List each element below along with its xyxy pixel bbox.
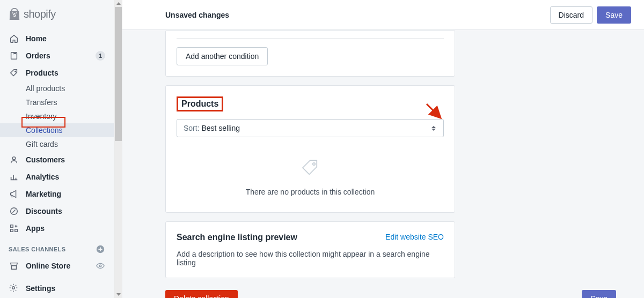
nav-customers[interactable]: Customers [0,151,114,168]
nav-analytics[interactable]: Analytics [0,168,114,185]
seo-card: Search engine listing preview Edit websi… [165,221,455,278]
sub-inventory[interactable]: Inventory [0,109,114,123]
settings-icon [9,283,19,294]
marketing-icon [9,189,19,199]
discard-button[interactable]: Discard [550,6,592,24]
svg-rect-5 [11,225,13,228]
sub-gift-cards[interactable]: Gift cards [0,137,114,151]
scroll-up-icon [116,2,121,5]
nav-settings[interactable]: Settings [0,279,114,298]
orders-badge: 1 [96,51,105,61]
seo-title: Search engine listing preview [177,233,297,242]
add-channel-icon[interactable] [96,244,105,254]
sub-all-products[interactable]: All products [0,81,114,95]
products-icon [9,68,19,78]
svg-point-3 [12,157,15,160]
save-button[interactable]: Save [597,6,631,24]
sidebar: S shopify Home Orders 1 Products All pro… [0,0,114,298]
nav-apps[interactable]: Apps [0,220,114,237]
products-card: Products Sort: Best selling There are no… [165,85,455,213]
scroll-down-icon [116,293,121,296]
view-store-icon[interactable] [96,261,105,271]
analytics-icon [9,172,19,182]
scroll-thumb[interactable] [115,7,122,141]
footer-actions: Delete collection Save [165,287,616,298]
svg-point-9 [99,265,101,267]
orders-icon [9,50,19,61]
nav-orders[interactable]: Orders 1 [0,47,114,64]
svg-point-2 [15,71,16,72]
home-icon [9,33,19,44]
sub-transfers[interactable]: Transfers [0,95,114,109]
brand-logo[interactable]: S shopify [0,0,114,28]
products-title: Products [181,99,218,109]
sort-label: Sort: [184,124,200,132]
annotation-box-products: Products [177,96,223,111]
svg-point-10 [12,287,15,289]
svg-rect-6 [11,229,13,232]
sort-value: Best selling [201,124,240,132]
nav-marketing[interactable]: Marketing [0,185,114,203]
main: Unsaved changes Discard Save Add another… [122,0,644,298]
add-condition-button[interactable]: Add another condition [177,47,268,65]
discounts-icon [9,206,19,217]
shopify-bag-icon: S [9,8,20,20]
svg-rect-7 [15,229,18,232]
topbar: Unsaved changes Discard Save [122,0,644,30]
tag-icon [299,157,321,179]
seo-description: Add a description to see how this collec… [177,250,444,267]
delete-collection-button[interactable]: Delete collection [165,290,238,298]
apps-icon [9,223,19,234]
svg-text:S: S [13,13,16,18]
sidebar-scrollbar[interactable] [114,0,122,298]
customers-icon [9,154,19,165]
svg-point-12 [313,163,315,165]
select-caret-icon [431,124,437,132]
nav: Home Orders 1 Products All products Tran… [0,28,114,279]
nav-products[interactable]: Products [0,64,114,81]
svg-line-11 [427,104,440,117]
brand-name: shopify [24,8,56,20]
nav-discounts[interactable]: Discounts [0,203,114,220]
conditions-card: Add another condition [165,30,455,77]
sort-select[interactable]: Sort: Best selling [177,119,444,137]
footer-save-button[interactable]: Save [582,290,616,298]
nav-home[interactable]: Home [0,30,114,47]
empty-text: There are no products in this collection [177,188,444,196]
content: Add another condition Products Sort: Bes… [122,30,644,298]
nav-online-store[interactable]: Online Store [0,257,114,274]
store-icon [9,260,19,271]
sales-channels-header: SALES CHANNELS [0,237,114,257]
sub-collections[interactable]: Collections [0,123,114,137]
empty-state: There are no products in this collection [177,137,444,202]
edit-seo-link[interactable]: Edit website SEO [385,233,444,241]
page-title: Unsaved changes [165,11,550,19]
